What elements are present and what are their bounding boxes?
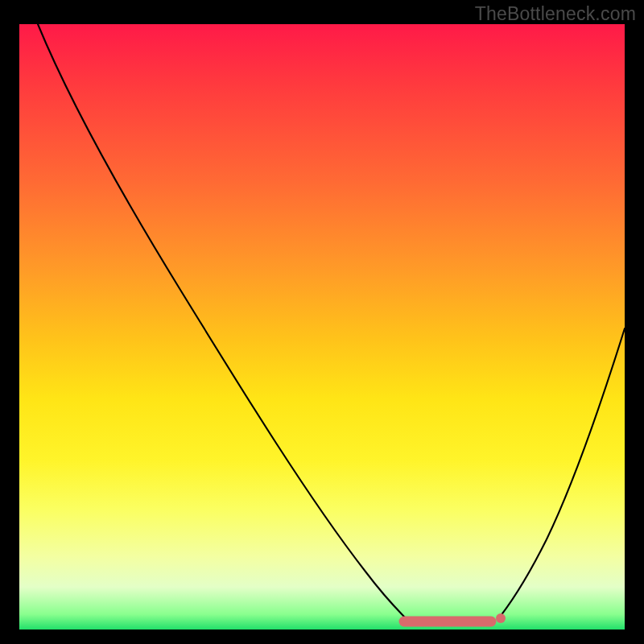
watermark-text: TheBottleneck.com — [475, 3, 636, 25]
plot-area — [19, 24, 625, 630]
chart-frame: TheBottleneck.com — [0, 0, 644, 644]
bottleneck-curve-right — [497, 328, 625, 620]
curves-svg — [19, 24, 625, 630]
bottleneck-curve-left — [38, 24, 407, 620]
optimal-range-end-dot — [496, 613, 506, 623]
